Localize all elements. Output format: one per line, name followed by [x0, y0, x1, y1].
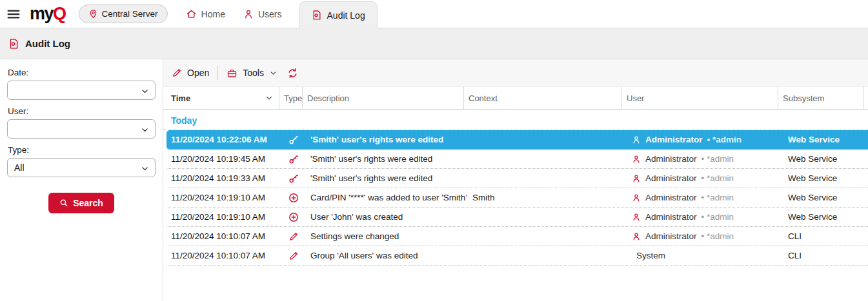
type-filter-value: All: [14, 162, 25, 173]
nav-item-users[interactable]: Users: [243, 9, 282, 19]
sort-chevron-down-icon[interactable]: [265, 94, 273, 102]
column-header-subsystem-label: Subsystem: [783, 93, 824, 103]
audit-log-icon: [311, 10, 322, 21]
date-group-header: Today: [163, 110, 868, 130]
cell-user-name: System: [636, 251, 665, 260]
user-filter-label: User:: [8, 106, 156, 116]
cell-time: 11/20/2024 10:10:07 AM: [167, 231, 282, 241]
search-icon: [59, 199, 68, 208]
cell-user-name: Administrator: [645, 135, 703, 144]
cell-time: 11/20/2024 10:19:33 AM: [167, 173, 282, 183]
refresh-icon[interactable]: [287, 68, 298, 79]
home-icon: [186, 8, 197, 19]
column-header-context[interactable]: Context: [463, 87, 621, 109]
nav-item-home[interactable]: Home: [186, 8, 225, 19]
cell-description: Card/PIN '****' was added to user 'Smith…: [305, 193, 467, 202]
user-icon-slot: [632, 193, 641, 202]
cell-user-name: Administrator: [645, 231, 697, 241]
cell-subsystem: Web Service: [781, 193, 867, 202]
table-row[interactable]: 11/20/2024 10:19:33 AM 'Smith' user's ri…: [167, 169, 868, 188]
cell-type: [282, 251, 305, 261]
date-filter-select[interactable]: [7, 81, 156, 100]
open-button-label: Open: [187, 68, 209, 78]
pencil-icon: [172, 68, 182, 78]
table-row[interactable]: 11/20/2024 10:19:45 AM 'Smith' user's ri…: [167, 150, 868, 169]
logo-text-q: Q: [53, 4, 66, 23]
column-header-subsystem[interactable]: Subsystem: [778, 87, 863, 109]
person-icon: [632, 174, 641, 183]
chevron-down-icon: [141, 126, 149, 134]
user-icon-slot: [632, 174, 641, 183]
cell-description: User 'John' was created: [305, 212, 467, 222]
table-row[interactable]: 11/20/2024 10:19:10 AM User 'John' was c…: [167, 208, 868, 227]
column-header-type-label: Type: [284, 93, 302, 103]
chevron-down-icon: [141, 87, 149, 95]
page-title: Audit Log: [25, 38, 70, 49]
cell-description: 'Smith' user's rights were edited: [305, 173, 467, 183]
date-filter-label: Date:: [8, 68, 156, 77]
cell-description: 'Smith' user's rights were edited: [305, 135, 467, 144]
user-icon-slot: [632, 213, 641, 222]
filter-sidebar: Date: User: Type: All Search: [0, 59, 163, 301]
column-header-spacer: [863, 87, 868, 109]
person-icon: [632, 135, 641, 144]
column-header-type[interactable]: Type: [279, 87, 302, 109]
cell-user: Administrator • *admin: [625, 173, 781, 183]
table-header: Time Type Description Context User Subsy…: [163, 87, 868, 110]
myq-logo[interactable]: myQ: [30, 5, 66, 23]
cell-time: 11/20/2024 10:19:10 AM: [167, 193, 282, 202]
person-icon: [632, 193, 641, 202]
open-button[interactable]: Open: [172, 68, 209, 78]
column-header-description[interactable]: Description: [302, 87, 463, 109]
search-button[interactable]: Search: [48, 193, 114, 213]
pencil-icon: [288, 231, 299, 242]
cell-subsystem: Web Service: [781, 135, 867, 144]
type-filter-select[interactable]: All: [7, 158, 156, 177]
cell-user-detail: • *admin: [701, 193, 734, 202]
pencil-icon: [288, 251, 299, 261]
tools-button-label: Tools: [243, 68, 264, 78]
cell-subsystem: Web Service: [781, 212, 867, 222]
column-header-time[interactable]: Time: [163, 87, 279, 109]
plus-circle-icon: [288, 193, 299, 203]
hamburger-menu-icon[interactable]: [6, 7, 21, 21]
cell-user-name: Administrator: [645, 173, 697, 183]
user-filter-select[interactable]: [7, 119, 156, 139]
table-row[interactable]: 11/20/2024 10:19:10 AM Card/PIN '****' w…: [167, 188, 868, 208]
cell-time: 11/20/2024 10:19:45 AM: [167, 154, 282, 164]
person-icon: [632, 155, 641, 164]
logo-text-my: my: [30, 4, 53, 23]
cell-subsystem: CLI: [781, 251, 867, 260]
cell-user: Administrator • *admin: [625, 135, 781, 144]
top-bar: myQ Central Server Home Users Audit Log: [0, 0, 868, 28]
cell-time: 11/20/2024 10:22:06 AM: [167, 135, 282, 144]
table-row[interactable]: 11/20/2024 10:22:06 AM 'Smith' user's ri…: [167, 130, 868, 150]
server-selector-button[interactable]: Central Server: [79, 5, 168, 23]
chevron-down-icon: [141, 164, 149, 173]
cell-type: [282, 212, 305, 222]
cell-user-detail: • *admin: [701, 154, 734, 164]
toolbar-separator: [217, 66, 218, 80]
cell-user: Administrator • *admin: [625, 212, 781, 222]
key-icon: [288, 173, 299, 184]
user-icon: [243, 9, 254, 19]
table-row[interactable]: 11/20/2024 10:10:07 AM Group 'All users'…: [167, 246, 868, 266]
user-icon-slot: [632, 135, 641, 144]
plus-circle-icon: [288, 212, 299, 222]
type-filter-label: Type:: [8, 145, 156, 155]
cell-user-name: Administrator: [645, 212, 697, 222]
tab-audit-log[interactable]: Audit Log: [299, 1, 378, 28]
cell-context: Smith: [467, 193, 625, 202]
column-header-user[interactable]: User: [621, 87, 778, 109]
cell-description: Settings were changed: [305, 231, 467, 241]
table-row[interactable]: 11/20/2024 10:10:07 AM Settings were cha…: [167, 227, 868, 246]
tab-audit-log-label: Audit Log: [327, 10, 365, 21]
user-icon-slot: [632, 155, 641, 164]
cell-user: Administrator • *admin: [625, 231, 781, 241]
cell-type: [282, 231, 305, 242]
cell-user: Administrator • *admin: [625, 193, 781, 202]
chevron-down-icon: [270, 70, 277, 77]
cell-time: 11/20/2024 10:10:07 AM: [167, 251, 282, 260]
tools-button[interactable]: Tools: [227, 68, 277, 79]
person-icon: [632, 232, 641, 241]
